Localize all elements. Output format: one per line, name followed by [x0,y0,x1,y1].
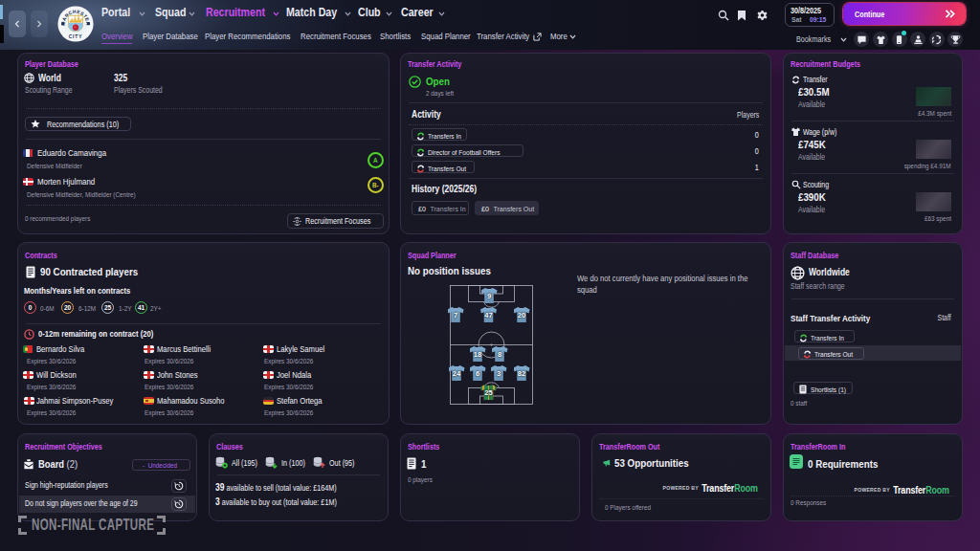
svg-text:CITY: CITY [69,34,83,39]
